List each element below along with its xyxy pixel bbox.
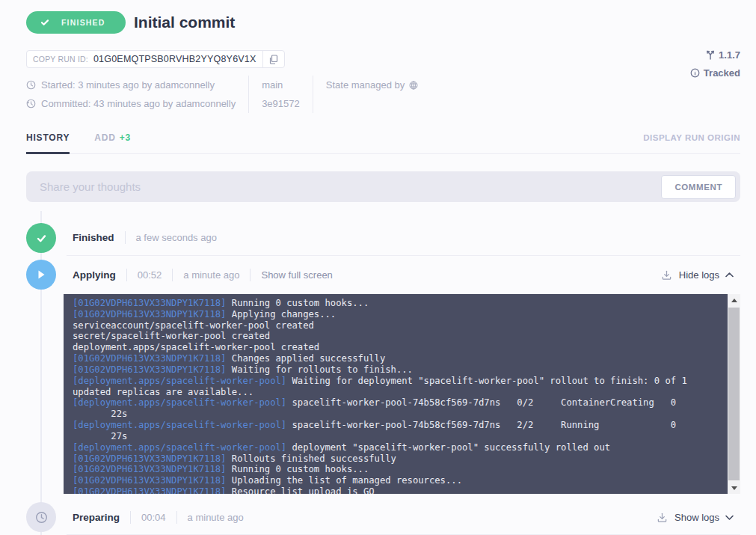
info-icon <box>690 68 700 78</box>
log-line: updated replicas are available... <box>73 387 719 398</box>
version-label: 1.1.7 <box>719 49 740 61</box>
display-run-origin-button[interactable]: DISPLAY RUN ORIGIN <box>643 133 740 153</box>
run-page: FINISHED Initial commit COPY RUN ID: 01G… <box>0 0 756 535</box>
separator <box>172 269 173 281</box>
tab-bar: HISTORY ADD+3 DISPLAY RUN ORIGIN <box>26 132 740 154</box>
finished-time: a few seconds ago <box>136 232 217 243</box>
run-meta: Started: 3 minutes ago by adamconnelly C… <box>26 76 740 113</box>
preparing-time: a minute ago <box>188 512 244 523</box>
meta-divider <box>313 76 313 113</box>
started-row: Started: 3 minutes ago by adamconnelly <box>26 76 236 94</box>
separator <box>176 511 177 524</box>
tracked-label: Tracked <box>704 67 740 79</box>
tab-history[interactable]: HISTORY <box>26 132 70 154</box>
branch-name: main <box>262 79 283 91</box>
tab-add[interactable]: ADD+3 <box>94 132 131 153</box>
log-line: [deployment.apps/spacelift-worker-pool] … <box>73 442 719 453</box>
hide-logs-toggle[interactable]: Hide logs <box>679 269 734 281</box>
copy-run-id-box: COPY RUN ID: 01G0EMQTPSB0RVHB2YYQ8Y6V1X <box>26 50 285 68</box>
log-line: [deployment.apps/spacelift-worker-pool] … <box>73 420 719 431</box>
log-line: 27s <box>73 431 719 442</box>
run-summary-right: 1.1.7 Tracked <box>690 49 740 79</box>
started-label: Started: 3 minutes ago by adamconnelly <box>41 79 215 91</box>
finished-check-icon <box>26 223 56 253</box>
run-id-label: COPY RUN ID: <box>27 55 88 64</box>
meta-git: main 3e91572 <box>262 76 300 113</box>
tab-add-label: ADD <box>94 132 115 143</box>
status-badge: FINISHED <box>26 11 126 34</box>
timeline-row-preparing: Preparing 00:04 a minute ago Show logs <box>26 500 740 534</box>
log-line: [deployment.apps/spacelift-worker-pool] … <box>73 397 719 409</box>
preparing-clock-icon <box>26 502 56 532</box>
version-branch-icon <box>706 50 715 60</box>
comment-box: COMMENT <box>26 171 740 202</box>
arrow-down-icon <box>731 486 737 490</box>
finished-label: Finished <box>73 232 114 243</box>
tab-add-count: +3 <box>120 132 131 143</box>
log-line: [01G02VDPH613VX33NDPY1K7118] Uploading t… <box>73 475 719 486</box>
timeline-row-applying: Applying 00:52 a minute ago Show full sc… <box>26 256 740 293</box>
run-id-value: 01G0EMQTPSB0RVHB2YYQ8Y6V1X <box>93 54 256 64</box>
applying-play-icon <box>26 260 56 290</box>
scrollbar-down-button[interactable] <box>728 482 740 494</box>
scrollbar-thumb[interactable] <box>728 308 740 480</box>
copy-icon <box>269 55 278 64</box>
scrollbar-up-button[interactable] <box>728 294 740 306</box>
history-clock-icon <box>26 99 36 108</box>
commit-sha[interactable]: 3e91572 <box>262 98 300 109</box>
log-line: [01G02VDPH613VX33NDPY1K7118] Rollouts fi… <box>73 453 719 465</box>
timeline-row-finished: Finished a few seconds ago <box>26 220 740 255</box>
comment-button[interactable]: COMMENT <box>661 175 736 199</box>
run-header: FINISHED Initial commit <box>26 11 740 34</box>
download-logs-button[interactable] <box>661 269 672 281</box>
committed-label: Committed: 43 minutes ago by adamconnell… <box>41 98 236 109</box>
separator <box>250 269 251 281</box>
log-scrollbar <box>728 294 740 494</box>
state-managed-by-label: State managed by <box>326 79 405 91</box>
chevron-up-icon <box>725 272 734 278</box>
preparing-controls: Show logs <box>657 512 740 523</box>
log-line: [01G02VDPH613VX33NDPY1K7118] Changes app… <box>73 353 719 364</box>
log-block: [01G02VDPH613VX33NDPY1K7118] Running 0 c… <box>64 294 740 494</box>
tracked-row: Tracked <box>690 67 740 79</box>
log-viewer[interactable]: [01G02VDPH613VX33NDPY1K7118] Running 0 c… <box>64 294 728 494</box>
log-line: [01G02VDPH613VX33NDPY1K7118] Waiting for… <box>73 364 719 376</box>
show-logs-label: Show logs <box>674 512 719 523</box>
page-title: Initial commit <box>134 13 235 31</box>
committed-row: Committed: 43 minutes ago by adamconnell… <box>26 94 236 113</box>
applying-time: a minute ago <box>183 269 239 281</box>
version-row: 1.1.7 <box>690 49 740 61</box>
applying-label: Applying <box>73 269 116 281</box>
show-logs-toggle[interactable]: Show logs <box>674 512 734 523</box>
status-badge-label: FINISHED <box>61 18 105 27</box>
hide-logs-label: Hide logs <box>679 269 719 281</box>
meta-divider <box>248 76 249 113</box>
run-id-row: COPY RUN ID: 01G0EMQTPSB0RVHB2YYQ8Y6V1X <box>26 50 740 68</box>
log-line: [deployment.apps/spacelift-worker-pool] … <box>73 376 719 387</box>
preparing-duration: 00:04 <box>141 512 166 523</box>
meta-state: State managed by <box>326 76 419 113</box>
spacelift-logo-icon <box>409 81 418 90</box>
clock-icon <box>26 80 36 90</box>
log-line: serviceaccount/spacelift-worker-pool cre… <box>73 320 719 331</box>
preparing-label: Preparing <box>73 512 120 523</box>
meta-times: Started: 3 minutes ago by adamconnelly C… <box>26 76 236 113</box>
chevron-down-icon <box>725 515 734 520</box>
log-line: secret/spacelift-worker-pool created <box>73 331 719 342</box>
copy-run-id-button[interactable] <box>262 51 284 67</box>
download-logs-button[interactable] <box>657 512 668 523</box>
arrow-up-icon <box>731 299 737 302</box>
comment-input[interactable] <box>40 180 661 193</box>
separator <box>130 511 131 524</box>
separator <box>125 231 126 244</box>
run-history-timeline: Finished a few seconds ago Applying 00:5… <box>26 220 740 535</box>
log-line: [01G02VDPH613VX33NDPY1K7118] Resource li… <box>73 486 719 494</box>
applying-duration: 00:52 <box>138 269 162 281</box>
applying-controls: Hide logs <box>661 269 740 281</box>
log-line: [01G02VDPH613VX33NDPY1K7118] Running 0 c… <box>73 464 719 475</box>
log-line: deployment.apps/spacelift-worker-pool cr… <box>73 342 719 353</box>
show-full-screen-link[interactable]: Show full screen <box>261 269 332 281</box>
log-line: 22s <box>73 409 719 420</box>
separator <box>126 269 127 281</box>
log-line: [01G02VDPH613VX33NDPY1K7118] Applying ch… <box>73 309 719 320</box>
